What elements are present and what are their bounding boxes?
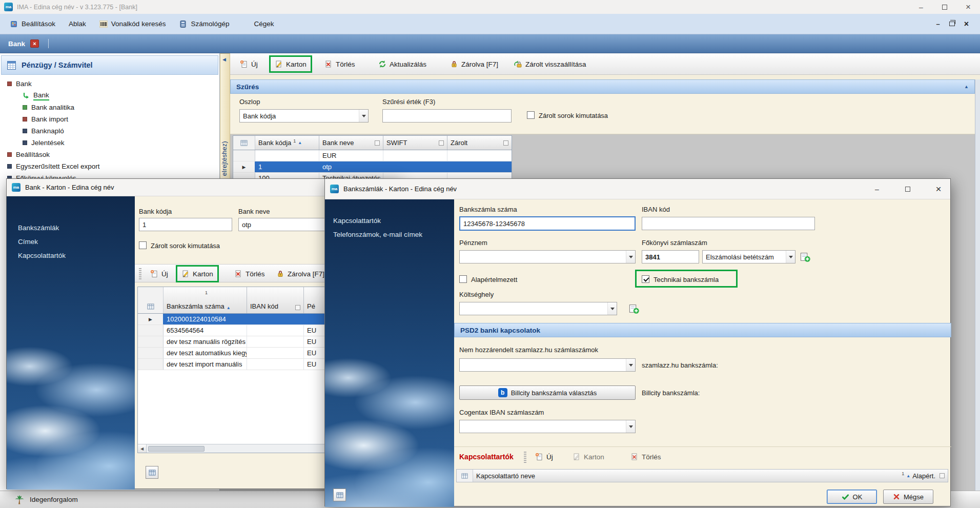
- tree-item-bank-group[interactable]: Bank: [7, 78, 32, 90]
- column-header-bank-neve[interactable]: Bank neve: [319, 136, 383, 150]
- column-filter-icon[interactable]: [940, 473, 945, 478]
- grid-layout-button[interactable]: [146, 466, 158, 479]
- karton-button[interactable]: Karton: [269, 55, 312, 73]
- penznem-select[interactable]: [459, 250, 636, 263]
- locked-rows-checkbox[interactable]: [527, 111, 535, 119]
- scrollbar-thumb[interactable]: [148, 446, 205, 452]
- chevron-down-icon: [786, 251, 795, 263]
- penznem-label: Pénznem: [459, 239, 487, 247]
- toolbar-grip[interactable]: [524, 452, 526, 463]
- alapertelmezett-checkbox[interactable]: [459, 275, 467, 283]
- technikai-checkbox[interactable]: [642, 275, 649, 283]
- scroll-left-icon[interactable]: ◀: [138, 444, 147, 453]
- column-filter-icon[interactable]: [503, 140, 508, 146]
- tab-bank[interactable]: Bank: [8, 40, 25, 48]
- grid-corner-icon: [240, 139, 248, 147]
- column-filter-icon[interactable]: [439, 140, 444, 146]
- column-header-bank-kodja[interactable]: Bank kódja 1 ▲: [255, 136, 319, 150]
- contact-new-button[interactable]: Új: [531, 450, 557, 464]
- cell-szamla: 6534564564: [164, 325, 247, 336]
- column-header-bankszamla-szama[interactable]: 1 Bankszámla száma ▲: [164, 287, 247, 313]
- grid-layout-button[interactable]: [333, 489, 346, 501]
- bank-nev-value: otp: [242, 221, 251, 229]
- lock-button[interactable]: Zárolva [F7]: [446, 57, 502, 71]
- button-label: Billcity bankszámla választás: [511, 389, 597, 397]
- sidebar-item-telefonszamok[interactable]: Telefonszámok, e-mail címek: [333, 231, 422, 238]
- new-button[interactable]: Új: [236, 57, 262, 71]
- contact-karton-button[interactable]: Karton: [568, 450, 608, 464]
- menu-ablak[interactable]: Ablak: [62, 14, 93, 34]
- tab-close-icon[interactable]: ×: [30, 39, 39, 48]
- column-header-kapcsolattarto-neve[interactable]: Kapcsolattartó neve 1 ▲ Alapért.: [473, 470, 948, 482]
- table-row-selected[interactable]: ▶ 1 otp: [233, 161, 512, 173]
- mdi-minimize-icon[interactable]: –: [936, 20, 940, 28]
- item-icon: [23, 129, 27, 133]
- column-filter-icon[interactable]: [375, 140, 380, 146]
- minimize-icon[interactable]: –: [909, 0, 933, 14]
- filter-column-select[interactable]: Bank kódja: [239, 109, 369, 123]
- billcity-select-button[interactable]: b Billcity bankszámla választás: [459, 385, 636, 400]
- tree-item-beallitasok[interactable]: Beállítások: [7, 149, 50, 160]
- tree-item-bank-import[interactable]: Bank import: [23, 113, 68, 125]
- close-icon[interactable]: ×: [928, 180, 949, 198]
- cancel-button[interactable]: Mégse: [883, 490, 933, 504]
- table-row[interactable]: EUR: [233, 150, 512, 161]
- unassigned-select[interactable]: [459, 358, 636, 372]
- grid-corner-cell[interactable]: [138, 287, 164, 313]
- toolbar-grip[interactable]: [139, 268, 141, 279]
- scrollbar[interactable]: [975, 79, 980, 508]
- lock-button[interactable]: Zárolva [F7]: [272, 267, 329, 281]
- column-header-iban[interactable]: IBAN kód: [247, 287, 304, 313]
- tree-item-bank-analitika[interactable]: Bank analitika: [23, 101, 74, 113]
- item-icon: [7, 164, 12, 169]
- filter-section-header[interactable]: Szűrés ▲: [230, 79, 975, 94]
- minimize-icon[interactable]: –: [866, 180, 888, 198]
- refresh-button[interactable]: Aktualizálás: [374, 57, 431, 71]
- column-header-zarolt[interactable]: Zárolt: [447, 136, 512, 150]
- tree-item-jelentesek[interactable]: Jelentések: [23, 137, 65, 149]
- restore-locked-button[interactable]: Zárolt visszaállítása: [510, 57, 590, 71]
- menu-cegek[interactable]: Cégek: [247, 14, 280, 34]
- add-fokonyvi-button[interactable]: [800, 251, 811, 262]
- grid-corner-cell[interactable]: [233, 136, 255, 150]
- column-header-swift[interactable]: SWIFT: [383, 136, 447, 150]
- menu-szamologep[interactable]: Számológép: [172, 14, 236, 34]
- iban-input[interactable]: [642, 217, 815, 230]
- collapse-up-icon[interactable]: ▲: [964, 84, 969, 89]
- cogentax-select[interactable]: [459, 420, 636, 433]
- szamla-input[interactable]: 12345678-12345678: [459, 216, 636, 231]
- sidebar-item-kapcsolattartok[interactable]: Kapcsolattartók: [18, 252, 66, 259]
- sidebar-item-bankszamlak[interactable]: Bankszámlák: [18, 224, 59, 232]
- chevron-down-icon: [607, 302, 617, 315]
- tree-item-banknaplo[interactable]: Banknapló: [23, 125, 64, 137]
- delete-button[interactable]: Törlés: [230, 267, 269, 281]
- column-filter-icon[interactable]: [295, 305, 300, 310]
- locked-rows-checkbox[interactable]: [139, 241, 147, 249]
- new-button[interactable]: Új: [146, 267, 172, 281]
- add-koltseghely-button[interactable]: [628, 303, 640, 314]
- maximize-icon[interactable]: [933, 0, 956, 14]
- menu-vonalkod-kereses[interactable]: Vonalkód keresés: [93, 14, 173, 34]
- sidebar-item-kapcsolattartok[interactable]: Kapcsolattartók: [333, 217, 381, 225]
- koltseghely-select[interactable]: [459, 302, 617, 315]
- fokonyvi-tipus-select[interactable]: Elszámolási betétszám: [702, 250, 795, 263]
- grid-corner-cell[interactable]: [457, 470, 473, 482]
- menu-label: Számológép: [191, 20, 229, 28]
- karton-button[interactable]: Karton: [176, 265, 219, 282]
- close-icon[interactable]: ×: [956, 0, 980, 14]
- ok-button[interactable]: OK: [827, 490, 877, 504]
- delete-button[interactable]: Törlés: [320, 57, 359, 71]
- mdi-close-icon[interactable]: ×: [964, 19, 969, 29]
- filter-value-input[interactable]: [382, 109, 512, 123]
- fokonyvi-input[interactable]: 3841: [642, 250, 699, 263]
- button-label: Karton: [193, 270, 213, 278]
- mdi-restore-icon[interactable]: [949, 22, 955, 26]
- contact-delete-button[interactable]: Törlés: [626, 450, 665, 464]
- sidebar-item-cimek[interactable]: Címek: [18, 238, 38, 246]
- bank-kod-input[interactable]: 1: [139, 218, 232, 231]
- menu-beallitasok[interactable]: Beállítások: [3, 14, 62, 34]
- tree-item-excel-export[interactable]: Egyszerűsített Excel export: [7, 160, 100, 172]
- menu-label: Vonalkód keresés: [111, 20, 166, 28]
- tree-item-bank-selected[interactable]: Bank: [23, 90, 49, 101]
- maximize-icon[interactable]: [897, 180, 918, 198]
